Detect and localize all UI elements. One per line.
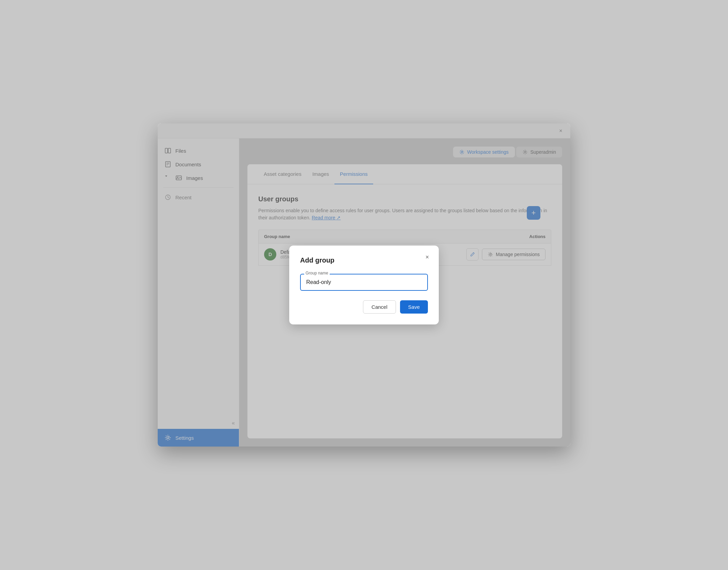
- group-name-form-group: Group name: [300, 274, 428, 291]
- cancel-button[interactable]: Cancel: [363, 300, 396, 314]
- group-name-label: Group name: [304, 271, 330, 275]
- app-window: × Files: [158, 123, 570, 447]
- main-layout: Files Documents: [158, 138, 570, 447]
- content-area: Workspace settings Superadmin: [239, 138, 570, 447]
- modal-actions: Cancel Save: [300, 300, 428, 314]
- group-name-input[interactable]: [300, 274, 428, 291]
- add-group-modal: × Add group Group name Cancel Save: [289, 246, 439, 324]
- save-button[interactable]: Save: [400, 300, 428, 314]
- modal-title: Add group: [300, 256, 428, 264]
- modal-close-button[interactable]: ×: [422, 252, 432, 262]
- main-panel: Asset categories Images Permissions User…: [247, 164, 562, 438]
- modal-overlay: × Add group Group name Cancel Save: [247, 164, 562, 438]
